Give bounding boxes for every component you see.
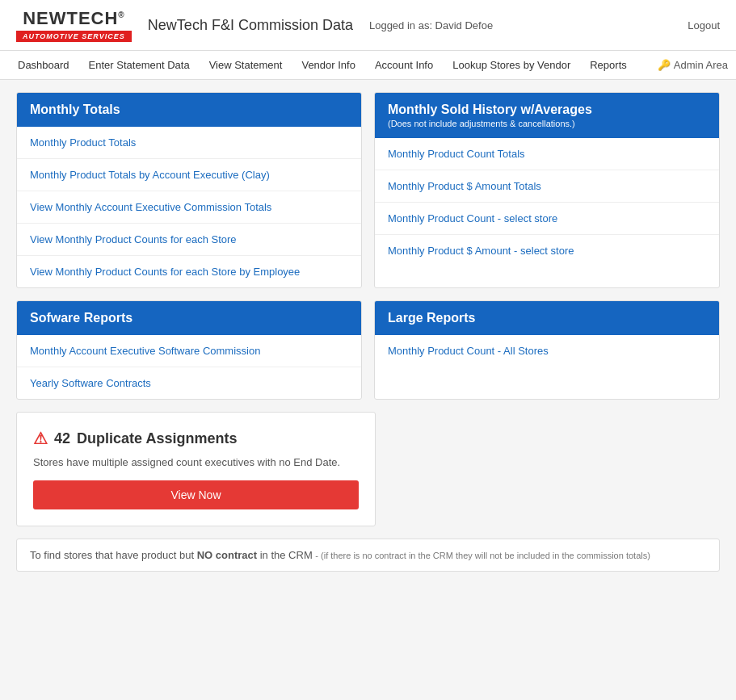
monthly-totals-item-4[interactable]: View Monthly Product Counts for each Sto… (17, 256, 361, 287)
monthly-totals-item-3[interactable]: View Monthly Product Counts for each Sto… (17, 224, 361, 256)
monthly-totals-item-1[interactable]: Monthly Product Totals by Account Execut… (17, 159, 361, 191)
view-now-button[interactable]: View Now (33, 480, 359, 509)
main-content: Monthly Totals Monthly Product Totals Mo… (0, 80, 736, 584)
logged-in-user: Logged in as: David Defoe (369, 19, 688, 31)
alert-icon: ⚠ (33, 429, 48, 448)
top-grid: Monthly Totals Monthly Product Totals Mo… (16, 92, 720, 400)
info-middle: in the CRM (257, 549, 315, 561)
monthly-totals-card: Monthly Totals Monthly Product Totals Mo… (16, 92, 362, 288)
monthly-totals-item-2[interactable]: View Monthly Account Executive Commissio… (17, 191, 361, 224)
nav-account-info[interactable]: Account Info (365, 51, 443, 79)
alert-card: ⚠ 42 Duplicate Assignments Stores have m… (16, 412, 376, 526)
monthly-sold-item-3[interactable]: Monthly Product $ Amount - select store (375, 235, 719, 266)
alert-count: 42 (54, 430, 70, 447)
large-reports-item-0[interactable]: Monthly Product Count - All Stores (375, 335, 719, 367)
alert-title: ⚠ 42 Duplicate Assignments (33, 429, 359, 448)
large-reports-card: Large Reports Monthly Product Count - Al… (374, 300, 720, 400)
nav-vendor-info[interactable]: Vendor Info (292, 51, 365, 79)
large-reports-header: Large Reports (375, 301, 719, 335)
info-bar: To find stores that have product but NO … (16, 539, 720, 572)
admin-area-link[interactable]: 🔑 Admin Area (658, 59, 728, 71)
monthly-sold-item-1[interactable]: Monthly Product $ Amount Totals (375, 170, 719, 203)
nav-dashboard[interactable]: Dashboard (8, 51, 79, 79)
alert-title-text: Duplicate Assignments (77, 430, 237, 447)
software-reports-item-1[interactable]: Yearly Software Contracts (17, 367, 361, 399)
monthly-totals-header: Monthly Totals (17, 93, 361, 127)
logo-name: NEWTECH® (23, 8, 125, 29)
monthly-totals-item-0[interactable]: Monthly Product Totals (17, 127, 361, 159)
info-small: - (if there is no contract in the CRM th… (315, 551, 650, 560)
key-icon: 🔑 (658, 59, 671, 71)
info-bold: NO contract (197, 549, 257, 561)
nav-lookup-stores[interactable]: Lookup Stores by Vendor (443, 51, 580, 79)
software-reports-header: Sofware Reports (17, 301, 361, 335)
software-reports-card: Sofware Reports Monthly Account Executiv… (16, 300, 362, 400)
navbar: Dashboard Enter Statement Data View Stat… (0, 51, 736, 80)
monthly-sold-item-2[interactable]: Monthly Product Count - select store (375, 203, 719, 235)
monthly-sold-card: Monthly Sold History w/Averages (Does no… (374, 92, 720, 288)
monthly-sold-header: Monthly Sold History w/Averages (Does no… (375, 93, 719, 138)
nav-reports[interactable]: Reports (580, 51, 637, 79)
logout-link[interactable]: Logout (688, 19, 720, 31)
nav-view-statement[interactable]: View Statement (200, 51, 292, 79)
nav-enter-statement[interactable]: Enter Statement Data (79, 51, 200, 79)
page-header: NEWTECH® AUTOMOTIVE SERVICES NewTech F&I… (0, 0, 736, 51)
info-prefix: To find stores that have product but (30, 549, 197, 561)
monthly-sold-item-0[interactable]: Monthly Product Count Totals (375, 138, 719, 170)
app-title: NewTech F&I Commission Data (148, 17, 353, 34)
logo-subtitle: AUTOMOTIVE SERVICES (16, 31, 132, 42)
logo: NEWTECH® AUTOMOTIVE SERVICES (16, 8, 132, 42)
alert-description: Stores have multiple assigned count exec… (33, 456, 359, 468)
software-reports-item-0[interactable]: Monthly Account Executive Software Commi… (17, 335, 361, 367)
